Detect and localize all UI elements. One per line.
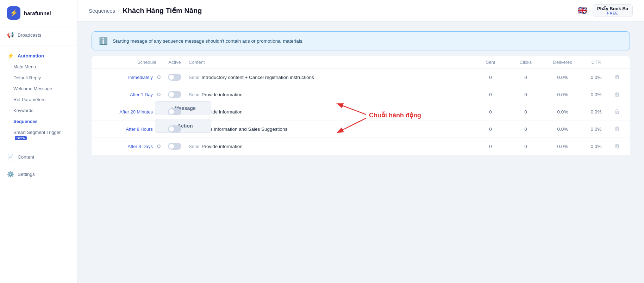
sidebar-item-settings-label: Settings xyxy=(18,172,35,177)
sidebar-section-settings: ⚙️ Settings xyxy=(0,166,77,183)
table-row: After 1 Day Send Provide information 0 0… xyxy=(92,86,630,103)
breadcrumb-parent[interactable]: Sequences xyxy=(89,8,115,14)
plan-badge[interactable]: Phẩy Book Ba FREE xyxy=(593,4,633,17)
header-actions xyxy=(610,60,624,65)
language-flag[interactable]: 🇬🇧 xyxy=(577,6,587,15)
delete-button-1[interactable]: 🗑 xyxy=(614,74,620,80)
add-action-button[interactable]: + Action xyxy=(155,119,211,133)
delete-cell-2[interactable]: 🗑 xyxy=(610,91,624,98)
breadcrumb: Sequences › Khách Hàng Tiềm Năng xyxy=(89,6,202,15)
header-sent: Sent xyxy=(473,60,508,65)
sidebar-item-smart-segment-trigger-label: Smart Segment Trigger xyxy=(13,130,61,135)
sidebar-section-content: 📄 Content xyxy=(0,148,77,166)
toggle-1[interactable] xyxy=(168,74,181,81)
content-cell-2: Send Provide information xyxy=(189,92,473,97)
header-clicks: Clicks xyxy=(508,60,543,65)
content-text-1: Introductory content + Cancel registrati… xyxy=(201,75,314,80)
sidebar-item-automation-label: Automation xyxy=(18,53,44,59)
content-text-5: Provide information xyxy=(201,144,242,149)
sidebar-item-content[interactable]: 📄 Content xyxy=(0,150,77,164)
sidebar-item-automation[interactable]: ⚡ Automation xyxy=(0,49,77,61)
content-icon: 📄 xyxy=(7,154,14,160)
toggle-cell-2[interactable] xyxy=(161,91,189,98)
automation-icon: ⚡ xyxy=(7,53,14,59)
clicks-1: 0 xyxy=(508,75,543,80)
logo[interactable]: ⚡ harafunnel xyxy=(0,0,77,26)
schedule-dot-5 xyxy=(157,144,161,148)
sidebar-item-ref-parameters[interactable]: Ref Parameters xyxy=(0,94,77,105)
logo-icon: ⚡ xyxy=(7,6,20,20)
logo-text: harafunnel xyxy=(24,10,51,16)
toggle-5[interactable] xyxy=(168,143,181,150)
schedule-dot-1 xyxy=(157,75,161,79)
sidebar-item-ref-parameters-label: Ref Parameters xyxy=(13,97,45,102)
sidebar-divider-1 xyxy=(0,45,77,45)
sidebar-item-welcome-message[interactable]: Welcome Message xyxy=(0,83,77,94)
delivered-1: 0.0% xyxy=(543,75,582,80)
delete-button-2[interactable]: 🗑 xyxy=(614,91,620,98)
send-label-1: Send xyxy=(189,75,199,80)
sidebar-item-welcome-message-label: Welcome Message xyxy=(13,86,52,91)
header-content: Content xyxy=(189,60,473,65)
schedule-dot-2 xyxy=(157,93,161,96)
delete-button-5[interactable]: 🗑 xyxy=(614,143,620,149)
header-ctr: CTR xyxy=(582,60,610,65)
ctr-1: 0.0% xyxy=(582,75,610,80)
schedule-label-5: After 3 Days xyxy=(127,144,153,149)
schedule-cell-5: After 3 Days xyxy=(97,144,161,149)
header-delivered: Delivered xyxy=(543,60,582,65)
delivered-2: 0.0% xyxy=(543,92,582,97)
sent-2: 0 xyxy=(473,92,508,97)
topbar: Sequences › Khách Hàng Tiềm Năng 🇬🇧 Phẩy… xyxy=(77,0,644,21)
delivered-5: 0.0% xyxy=(543,144,582,149)
sidebar-item-broadcasts[interactable]: 📢 Broadcasts xyxy=(0,29,77,42)
toggle-cell-5[interactable] xyxy=(161,143,189,150)
plan-name: Phẩy Book Ba xyxy=(597,6,628,11)
beta-badge: BETA xyxy=(15,136,27,140)
sidebar-divider-2 xyxy=(0,147,77,147)
header-schedule: Schedule xyxy=(97,60,161,65)
sidebar-item-keywords-label: Keywords xyxy=(13,108,33,113)
schedule-cell-1: Immediately xyxy=(97,75,161,80)
sidebar-section-broadcasts: 📢 Broadcasts xyxy=(0,26,77,44)
schedule-label-2: After 1 Day xyxy=(130,92,153,97)
sidebar-item-default-reply-label: Default Reply xyxy=(13,75,41,80)
toggle-cell-1[interactable] xyxy=(161,74,189,81)
broadcasts-icon: 📢 xyxy=(7,32,14,38)
sidebar-item-main-menu-label: Main Menu xyxy=(13,64,36,69)
content-cell-1: Send Introductory content + Cancel regis… xyxy=(189,75,473,80)
breadcrumb-current: Khách Hàng Tiềm Năng xyxy=(123,6,202,15)
sent-5: 0 xyxy=(473,144,508,149)
topbar-right: 🇬🇧 Phẩy Book Ba FREE xyxy=(577,4,633,17)
table-row: After 3 Days Send Provide information 0 … xyxy=(92,138,630,155)
sidebar-item-settings[interactable]: ⚙️ Settings xyxy=(0,168,77,181)
sidebar-item-default-reply[interactable]: Default Reply xyxy=(0,72,77,83)
add-message-button[interactable]: + Message xyxy=(155,101,211,115)
content-area: ℹ️ Starting mesage of any sequence messa… xyxy=(77,21,644,283)
delete-cell-1[interactable]: 🗑 xyxy=(610,74,624,80)
table-header: Schedule Active Content Sent Clicks Deli… xyxy=(92,56,630,69)
table-row: Immediately Send Introductory content + … xyxy=(92,69,630,86)
sidebar-item-sequences[interactable]: Sequences xyxy=(0,116,77,127)
content-cell-5: Send Provide information xyxy=(189,144,473,149)
schedule-cell-2: After 1 Day xyxy=(97,92,161,97)
sent-1: 0 xyxy=(473,75,508,80)
send-label-5: Send xyxy=(189,144,199,149)
sidebar-item-keywords[interactable]: Keywords xyxy=(0,105,77,116)
breadcrumb-arrow: › xyxy=(118,7,120,14)
delete-cell-5[interactable]: 🗑 xyxy=(610,143,624,149)
info-banner: ℹ️ Starting mesage of any sequence messa… xyxy=(92,31,630,50)
sidebar-item-sequences-label: Sequences xyxy=(13,119,38,124)
toggle-2[interactable] xyxy=(168,91,181,98)
sidebar-item-smart-segment-trigger[interactable]: Smart Segment Trigger BETA xyxy=(0,127,77,143)
send-label-2: Send xyxy=(189,92,199,97)
ctr-5: 0.0% xyxy=(582,144,610,149)
toggle-3[interactable] xyxy=(168,108,181,115)
sidebar-item-main-menu[interactable]: Main Menu xyxy=(0,61,77,72)
main: Sequences › Khách Hàng Tiềm Năng 🇬🇧 Phẩy… xyxy=(77,0,644,283)
info-banner-text: Starting mesage of any sequence message … xyxy=(113,38,304,44)
toggle-4[interactable] xyxy=(168,125,181,133)
content-text-2: Provide information xyxy=(201,92,242,97)
plan-tier: FREE xyxy=(607,11,618,15)
settings-icon: ⚙️ xyxy=(7,171,14,178)
